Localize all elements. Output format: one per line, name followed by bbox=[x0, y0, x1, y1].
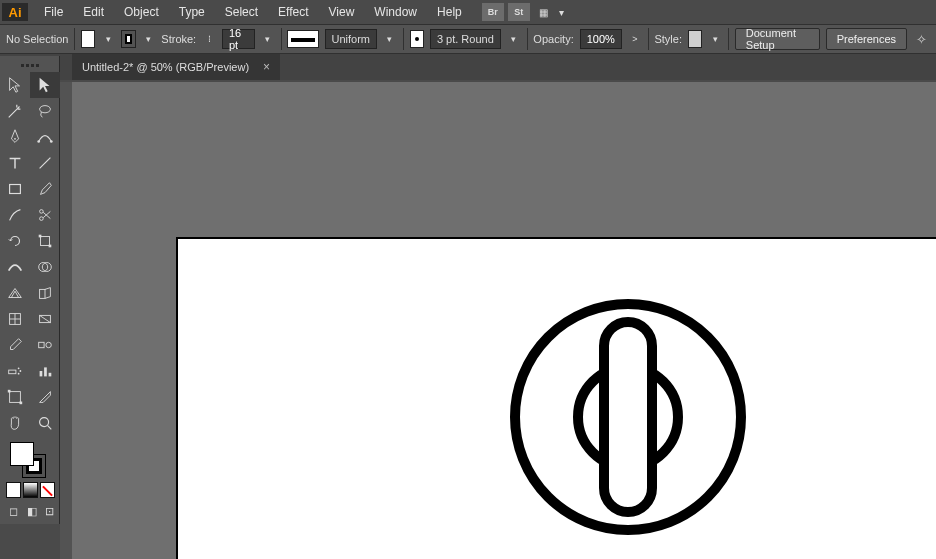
preferences-button[interactable]: Preferences bbox=[826, 28, 907, 50]
menu-file[interactable]: File bbox=[34, 1, 73, 23]
opacity-menu[interactable]: > bbox=[628, 30, 642, 48]
stroke-profile-menu[interactable]: ▾ bbox=[383, 30, 397, 48]
free-transform-tool[interactable] bbox=[30, 228, 60, 254]
artboard-tool[interactable] bbox=[0, 384, 30, 410]
bridge-stock-launchers: Br St bbox=[482, 3, 530, 21]
arrange-icon: ▦ bbox=[536, 4, 552, 20]
left-dock-edge[interactable] bbox=[60, 82, 72, 559]
shape-builder-tool[interactable] bbox=[30, 254, 60, 280]
stroke-swatch-menu[interactable]: ▾ bbox=[142, 30, 156, 48]
symbol-sprayer-tool[interactable] bbox=[0, 358, 30, 384]
app-logo: Ai bbox=[2, 3, 28, 21]
selection-tool[interactable] bbox=[0, 72, 30, 98]
opacity-field[interactable]: 100% bbox=[580, 29, 622, 49]
stroke-profile-preview bbox=[287, 30, 318, 48]
stroke-weight-field[interactable]: 16 pt bbox=[222, 29, 255, 49]
gradient-tool[interactable] bbox=[30, 306, 60, 332]
draw-inside-icon[interactable]: ⊡ bbox=[43, 502, 55, 520]
zoom-tool[interactable] bbox=[30, 410, 60, 436]
fill-swatch-menu[interactable]: ▾ bbox=[101, 30, 115, 48]
document-setup-button[interactable]: Document Setup bbox=[735, 28, 820, 50]
svg-point-0 bbox=[40, 106, 51, 113]
stock-icon[interactable]: St bbox=[508, 3, 530, 21]
svg-point-1 bbox=[14, 138, 16, 140]
close-icon[interactable]: × bbox=[263, 60, 270, 74]
menu-effect[interactable]: Effect bbox=[268, 1, 318, 23]
brush-name[interactable]: 3 pt. Round bbox=[430, 29, 501, 49]
svg-rect-22 bbox=[44, 367, 47, 376]
svg-point-27 bbox=[40, 418, 49, 427]
screen-mode-row: ◻ ◧ ⊡ bbox=[4, 502, 55, 520]
mesh-tool[interactable] bbox=[0, 306, 30, 332]
arrange-docs[interactable]: ▦ ▾ bbox=[536, 4, 570, 20]
menu-object[interactable]: Object bbox=[114, 1, 169, 23]
tool-panel: ◻ ◧ ⊡ bbox=[0, 56, 60, 524]
brush-menu[interactable]: ▾ bbox=[507, 30, 521, 48]
stroke-label: Stroke: bbox=[161, 33, 196, 45]
opacity-label: Opacity: bbox=[533, 33, 573, 45]
svg-rect-24 bbox=[10, 392, 21, 403]
artwork-canvas[interactable] bbox=[178, 239, 936, 559]
draw-behind-icon[interactable]: ◧ bbox=[26, 502, 38, 520]
rectangle-tool[interactable] bbox=[0, 176, 30, 202]
hand-tool[interactable] bbox=[0, 410, 30, 436]
stroke-link-icon[interactable]: ⁞ bbox=[202, 30, 216, 48]
fill-color-swatch[interactable] bbox=[10, 442, 34, 466]
tool-grid bbox=[0, 72, 59, 436]
paintbrush-tool[interactable] bbox=[30, 176, 60, 202]
direct-selection-tool[interactable] bbox=[30, 72, 60, 98]
blend-tool[interactable] bbox=[30, 332, 60, 358]
graphic-style-menu[interactable]: ▾ bbox=[708, 30, 722, 48]
svg-rect-7 bbox=[41, 237, 50, 246]
slice-tool[interactable] bbox=[30, 384, 60, 410]
svg-point-5 bbox=[40, 210, 44, 214]
curvature-tool[interactable] bbox=[30, 124, 60, 150]
color-mode-solid[interactable] bbox=[6, 482, 21, 498]
svg-rect-17 bbox=[9, 370, 16, 374]
pin-icon[interactable]: ✧ bbox=[913, 28, 930, 50]
pencil-tool[interactable] bbox=[0, 202, 30, 228]
graphic-style-swatch[interactable] bbox=[688, 30, 702, 48]
color-mode-none[interactable] bbox=[40, 482, 55, 498]
scissors-tool[interactable] bbox=[30, 202, 60, 228]
rotate-tool[interactable] bbox=[0, 228, 30, 254]
eyedropper-tool[interactable] bbox=[0, 332, 30, 358]
perspective-selection-tool[interactable] bbox=[30, 280, 60, 306]
svg-point-18 bbox=[18, 367, 20, 369]
menu-edit[interactable]: Edit bbox=[73, 1, 114, 23]
artboard[interactable] bbox=[176, 237, 936, 559]
options-bar: No Selection ▾ ▾ Stroke: ⁞ 16 pt ▾ Unifo… bbox=[0, 24, 936, 54]
menu-view[interactable]: View bbox=[319, 1, 365, 23]
pen-tool[interactable] bbox=[0, 124, 30, 150]
svg-point-20 bbox=[18, 373, 20, 375]
magic-wand-tool[interactable] bbox=[0, 98, 30, 124]
svg-point-2 bbox=[37, 140, 40, 143]
document-tab[interactable]: Untitled-2* @ 50% (RGB/Preview) × bbox=[72, 54, 280, 80]
menu-type[interactable]: Type bbox=[169, 1, 215, 23]
column-graph-tool[interactable] bbox=[30, 358, 60, 384]
fill-swatch[interactable] bbox=[81, 30, 95, 48]
line-segment-tool[interactable] bbox=[30, 150, 60, 176]
svg-rect-25 bbox=[8, 390, 11, 393]
perspective-grid-tool[interactable] bbox=[0, 280, 30, 306]
menu-select[interactable]: Select bbox=[215, 1, 268, 23]
lasso-tool[interactable] bbox=[30, 98, 60, 124]
chevron-down-icon: ▾ bbox=[554, 4, 570, 20]
width-tool[interactable] bbox=[0, 254, 30, 280]
panel-grip[interactable] bbox=[0, 60, 59, 70]
divider bbox=[281, 28, 282, 50]
type-tool[interactable] bbox=[0, 150, 30, 176]
artwork-pill[interactable] bbox=[604, 322, 652, 512]
stroke-profile-name[interactable]: Uniform bbox=[325, 29, 378, 49]
divider bbox=[728, 28, 729, 50]
color-mode-gradient[interactable] bbox=[23, 482, 38, 498]
menu-help[interactable]: Help bbox=[427, 1, 472, 23]
menu-bar: Ai File Edit Object Type Select Effect V… bbox=[0, 0, 936, 24]
svg-point-3 bbox=[50, 140, 53, 143]
menu-window[interactable]: Window bbox=[364, 1, 427, 23]
fill-stroke-swatches[interactable] bbox=[10, 442, 46, 478]
bridge-icon[interactable]: Br bbox=[482, 3, 504, 21]
draw-normal-icon[interactable]: ◻ bbox=[8, 502, 20, 520]
stroke-swatch[interactable] bbox=[121, 30, 135, 48]
stroke-weight-menu[interactable]: ▾ bbox=[261, 30, 275, 48]
